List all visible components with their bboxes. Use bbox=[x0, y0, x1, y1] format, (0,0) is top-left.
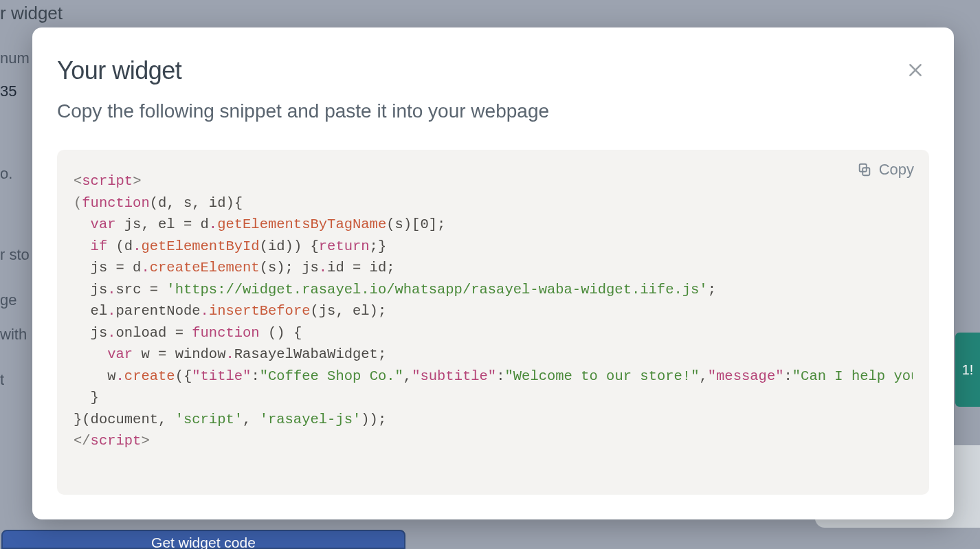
code-block: Copy <script> (function(d, s, id){ var j… bbox=[57, 150, 929, 495]
code-snippet[interactable]: <script> (function(d, s, id){ var js, el… bbox=[74, 170, 913, 488]
copy-button[interactable]: Copy bbox=[857, 161, 914, 179]
bg-label-num: num bbox=[0, 49, 30, 67]
bg-title-fragment: r widget bbox=[0, 3, 63, 24]
modal-subtitle: Copy the following snippet and paste it … bbox=[57, 100, 929, 122]
bg-label-t: t bbox=[0, 371, 4, 389]
close-button[interactable] bbox=[902, 56, 929, 84]
modal-header: Your widget bbox=[57, 56, 929, 85]
bg-label-o: o. bbox=[0, 165, 12, 183]
get-widget-code-button[interactable]: Get widget code bbox=[1, 530, 405, 549]
bg-side-teal: 1! bbox=[955, 333, 980, 407]
bg-value-35: 35 bbox=[0, 82, 16, 100]
bg-label-with: with bbox=[0, 326, 27, 344]
bg-label-sto: r sto bbox=[0, 246, 30, 264]
copy-label: Copy bbox=[879, 161, 914, 179]
widget-code-modal: Your widget Copy the following snippet a… bbox=[32, 27, 954, 519]
bg-label-ge: ge bbox=[0, 291, 16, 309]
close-icon bbox=[906, 61, 924, 79]
modal-title: Your widget bbox=[57, 56, 181, 85]
copy-icon bbox=[857, 162, 872, 177]
